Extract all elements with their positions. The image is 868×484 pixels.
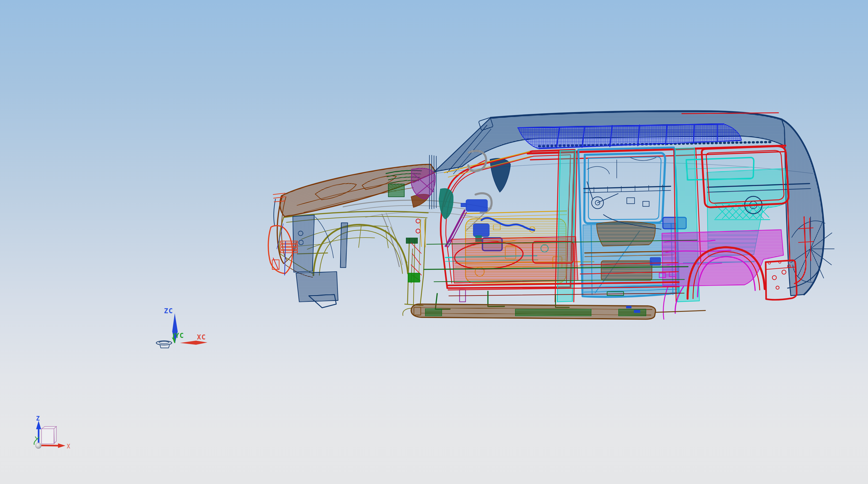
wcs-xc-label: XC	[197, 333, 206, 341]
rear-body-wireframe[interactable]	[782, 120, 834, 296]
view-z-label: Z	[36, 415, 40, 422]
roof-inner-panel-wireframe[interactable]	[518, 124, 741, 149]
running-board-wireframe[interactable]	[411, 304, 705, 319]
rear-wheelhouse-wireframe[interactable]	[659, 230, 783, 319]
view-x-label: X	[67, 443, 70, 450]
vehicle-body-model[interactable]	[268, 111, 834, 319]
wcs-zc-label: ZC	[164, 307, 173, 315]
wcs-part-clip[interactable]	[156, 341, 172, 348]
cad-viewport[interactable]: ZC YC XC Z X	[0, 0, 868, 484]
wcs-triad[interactable]: ZC YC XC	[156, 307, 208, 348]
view-z-arrowhead	[36, 421, 41, 429]
fender-rear-bracket[interactable]	[408, 273, 420, 282]
wcs-x-axis[interactable]	[180, 341, 208, 345]
viewport-canvas[interactable]: ZC YC XC Z X	[0, 0, 868, 484]
view-origin-sphere[interactable]	[35, 443, 41, 449]
wcs-yc-label: YC	[175, 331, 184, 340]
view-cube[interactable]	[41, 426, 56, 444]
view-x-axis[interactable]	[41, 445, 59, 446]
view-x-arrowhead	[58, 443, 65, 448]
view-orientation-triad[interactable]: Z X	[34, 415, 70, 450]
